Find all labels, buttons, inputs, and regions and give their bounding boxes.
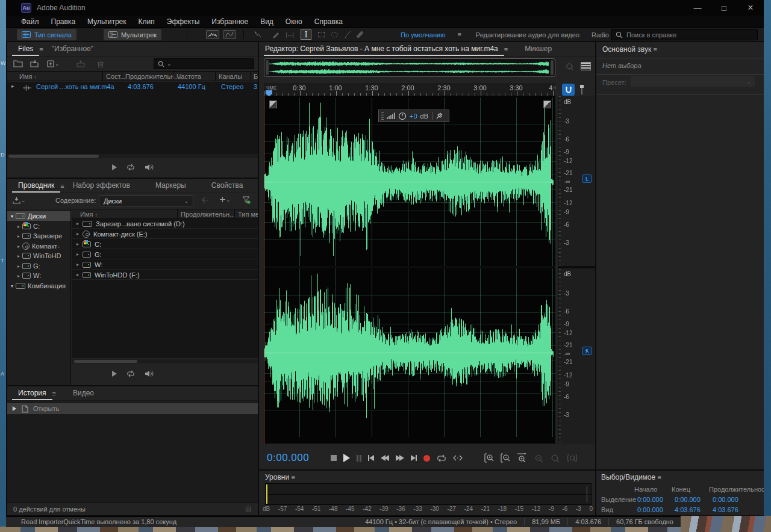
stop-button[interactable] <box>331 455 337 461</box>
selection-panel-menu-icon[interactable]: ≡ <box>658 471 664 484</box>
tree-item-drives[interactable]: ▾ Диски <box>7 211 70 221</box>
gain-knob-icon[interactable] <box>398 112 407 120</box>
col-rate[interactable]: Частота <box>176 73 201 80</box>
col-state[interactable]: Сост... <box>106 73 126 80</box>
left-channel-badge[interactable]: L <box>582 175 592 183</box>
view-end-value[interactable]: 4:03.676 <box>675 506 701 513</box>
files-horizontal-scrollbar[interactable] <box>7 154 258 158</box>
chevron-down-icon[interactable]: ▾ <box>11 214 13 219</box>
chevron-right-icon[interactable]: ▸ <box>17 224 20 229</box>
snap-magnet-button[interactable] <box>562 84 575 96</box>
tab-properties[interactable]: Свойства <box>205 179 249 193</box>
expand-row-icon[interactable]: ▸ <box>11 83 14 89</box>
waveform-view-button[interactable]: Тип сигнала <box>17 29 76 40</box>
auto-play-speaker-icon[interactable] <box>145 370 154 377</box>
playhead-time-display[interactable]: 0:00.000 <box>267 452 309 464</box>
menu-edit[interactable]: Правка <box>45 17 82 26</box>
fade-out-handle[interactable] <box>543 101 551 108</box>
preview-play-icon[interactable] <box>112 164 117 170</box>
chevron-right-icon[interactable]: ▸ <box>76 221 79 226</box>
tab-files[interactable]: Files <box>12 42 39 56</box>
drive-row-f[interactable]: ▸ WinToHDD (F:) <box>72 270 258 280</box>
rewind-button[interactable] <box>381 455 389 461</box>
editor-panel-menu-icon[interactable]: ≡ <box>504 43 510 56</box>
fade-in-handle[interactable] <box>269 101 277 108</box>
tab-video[interactable]: Видео <box>67 386 100 400</box>
tab-history[interactable]: История <box>12 386 52 400</box>
tab-editor[interactable]: Редактор: Сергей Завьялов - А мне с тобо… <box>264 42 504 56</box>
essential-panel-menu-icon[interactable]: ≡ <box>654 43 660 56</box>
view-start-value[interactable]: 0:00.000 <box>637 506 663 513</box>
add-shortcut-icon[interactable]: ⌄ <box>12 196 26 204</box>
waveform-channel-left-canvas[interactable] <box>264 97 555 266</box>
right-channel-badge[interactable]: К <box>582 347 592 355</box>
loop-playback-button[interactable] <box>437 454 446 462</box>
col-name[interactable]: Имя ↑ <box>80 211 98 218</box>
preview-play-icon[interactable] <box>112 371 117 377</box>
levels-panel-menu-icon[interactable]: ≡ <box>291 471 297 484</box>
workspace-menu-icon[interactable]: ≡ <box>457 28 463 41</box>
clear-history-icon[interactable] <box>245 505 252 513</box>
menu-view[interactable]: Вид <box>254 17 279 26</box>
multitrack-view-button[interactable]: Мультитрек <box>104 29 161 40</box>
move-tool[interactable] <box>252 29 263 40</box>
chevron-down-icon[interactable]: ▾ <box>11 283 13 289</box>
browser-horizontal-scrollbar[interactable] <box>72 359 258 363</box>
drive-row-w[interactable]: ▸ W: <box>72 260 258 270</box>
channels-list-icon[interactable] <box>581 62 591 70</box>
tree-item-c[interactable]: ▸ C: <box>7 221 70 231</box>
waveform-display-toggle[interactable] <box>206 30 219 39</box>
pause-button[interactable] <box>357 455 361 462</box>
selection-start-value[interactable]: 0:00.000 <box>637 496 663 503</box>
spectral-display-toggle[interactable] <box>223 30 236 39</box>
files-panel-menu-icon[interactable]: ≡ <box>39 43 45 56</box>
open-file-icon[interactable] <box>13 60 23 67</box>
chevron-right-icon[interactable]: ▸ <box>76 272 79 277</box>
menu-window[interactable]: Окно <box>279 17 308 26</box>
chevron-right-icon[interactable]: ▸ <box>17 234 20 239</box>
drive-row-e[interactable]: ▸ Компакт-диск (E:) <box>72 229 258 239</box>
menu-file[interactable]: Файл <box>15 17 45 26</box>
workspace-default[interactable]: По умолчанию <box>401 31 445 39</box>
chevron-right-icon[interactable]: ▸ <box>76 262 79 267</box>
tab-favorites[interactable]: "Избранное" <box>46 42 99 56</box>
drive-row-c[interactable]: ▸ C: <box>72 240 258 249</box>
tree-item-reserved[interactable]: ▸ Зарезере <box>7 231 70 241</box>
menu-help[interactable]: Справка <box>308 17 349 26</box>
col-bits[interactable]: Би <box>254 73 258 80</box>
tree-item-g[interactable]: ▸ G: <box>7 261 70 271</box>
paintbrush-tool[interactable] <box>342 29 352 40</box>
marker-pin-icon[interactable] <box>578 84 585 95</box>
time-selection-tool[interactable]: I <box>301 29 311 40</box>
menu-favorites[interactable]: Избранное <box>205 17 254 26</box>
help-search-input[interactable]: Поиск в справке <box>611 29 758 40</box>
chevron-right-icon[interactable]: ▸ <box>76 241 79 247</box>
menu-clip[interactable]: Клип <box>133 17 161 26</box>
auto-play-speaker-icon[interactable] <box>145 164 154 171</box>
chevron-right-icon[interactable]: ▸ <box>17 244 20 249</box>
col-channels[interactable]: Каналы <box>219 73 242 80</box>
drive-row-g[interactable]: ▸ G: <box>72 250 258 259</box>
chevron-right-icon[interactable]: ▸ <box>76 231 79 237</box>
skip-to-end-button[interactable] <box>411 455 417 461</box>
timeline-ruler[interactable]: чмс 0:30 1:00 1:30 2:00 2:30 3:00 3:30 4… <box>264 83 555 96</box>
workspace-audio-for-video[interactable]: Редактирование аудио для видео <box>476 31 579 39</box>
record-button[interactable] <box>423 455 430 462</box>
hud-gain-value[interactable]: +0 <box>410 113 417 120</box>
hud-grip-handle[interactable] <box>381 112 384 120</box>
tab-effects-rack[interactable]: Набор эффектов <box>67 179 136 193</box>
tree-item-cdrom[interactable]: ▸ Компакт- <box>7 241 70 251</box>
selection-end-value[interactable]: 0:00.000 <box>675 496 701 503</box>
waveform-display[interactable] <box>264 96 555 444</box>
add-to-favorites-icon[interactable]: ⌄ <box>219 196 231 203</box>
fast-forward-button[interactable] <box>396 455 404 461</box>
maximize-button[interactable]: □ <box>711 4 737 13</box>
tree-item-w[interactable]: ▸ W: <box>7 271 70 280</box>
skip-selection-button[interactable] <box>453 454 463 462</box>
zoom-in-time-button[interactable] <box>517 453 527 463</box>
col-name[interactable]: Имя ↑ <box>19 73 37 80</box>
new-item-icon[interactable]: ⌄ <box>47 60 60 67</box>
chevron-right-icon[interactable]: ▸ <box>76 252 79 257</box>
overview-navigator[interactable] <box>264 58 555 77</box>
filter-funnel-icon[interactable] <box>242 196 251 204</box>
